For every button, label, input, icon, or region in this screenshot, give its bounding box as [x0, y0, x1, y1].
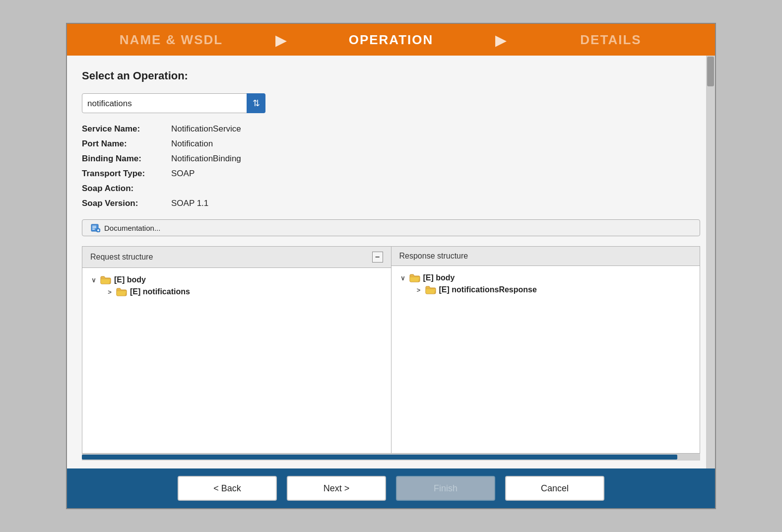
request-child-tree-item[interactable]: > [E] notifications	[106, 286, 383, 298]
response-panel: Response structure ∨ [E] body	[391, 247, 700, 453]
response-child-folder-icon	[425, 285, 436, 294]
wizard-step-details[interactable]: DETAILS	[507, 24, 715, 56]
binding-name-label: Binding Name:	[82, 154, 171, 164]
dropdown-row: notifications ⇅	[82, 93, 700, 113]
operation-select[interactable]: notifications	[82, 93, 265, 113]
response-child-chevron: >	[415, 286, 422, 294]
port-name-value: Notification	[171, 139, 700, 149]
response-root-label: [E] body	[423, 273, 455, 282]
scrollbar-thumb[interactable]	[707, 57, 714, 86]
request-panel-collapse-button[interactable]: −	[372, 252, 383, 263]
dropdown-wrapper: notifications ⇅	[82, 93, 265, 113]
response-child-item: > [E] notificationsResponse	[415, 284, 692, 296]
response-root-chevron: ∨	[399, 274, 406, 282]
back-button[interactable]: < Back	[178, 476, 277, 501]
port-name-label: Port Name:	[82, 139, 171, 149]
wizard-step-operation[interactable]: OPERATION	[287, 24, 495, 56]
svg-rect-4	[92, 226, 96, 227]
documentation-button-label: Documentation...	[104, 224, 160, 232]
service-name-value: NotificationService	[171, 124, 700, 134]
response-panel-header: Response structure	[391, 247, 700, 266]
documentation-icon	[90, 223, 100, 232]
transport-type-label: Transport Type:	[82, 169, 171, 179]
info-grid: Service Name: NotificationService Port N…	[82, 124, 700, 208]
soap-action-value	[171, 184, 700, 194]
wizard-step-name-wsdl[interactable]: NAME & WSDL	[67, 24, 275, 56]
service-name-label: Service Name:	[82, 124, 171, 134]
request-child-chevron: >	[106, 288, 113, 296]
svg-rect-5	[92, 227, 96, 228]
request-panel-content: ∨ [E] body >	[82, 268, 391, 453]
response-root-item[interactable]: ∨ [E] body	[399, 272, 692, 284]
response-root-folder-icon	[409, 273, 420, 282]
soap-version-label: Soap Version:	[82, 199, 171, 208]
soap-action-label: Soap Action:	[82, 184, 171, 194]
next-button[interactable]: Next >	[287, 476, 386, 501]
footer: < Back Next > Finish Cancel	[67, 468, 715, 508]
request-root-label: [E] body	[114, 275, 146, 284]
scrollbar-track[interactable]	[706, 56, 715, 468]
svg-rect-6	[92, 229, 95, 230]
cancel-button[interactable]: Cancel	[505, 476, 604, 501]
dropdown-arrow-icon: ⇅	[253, 99, 260, 108]
wizard-arrow-1: ▶	[275, 31, 287, 49]
request-panel-header: Request structure −	[82, 247, 391, 268]
transport-type-value: SOAP	[171, 169, 700, 179]
soap-version-value: SOAP 1.1	[171, 199, 700, 208]
request-child-label: [E] notifications	[130, 287, 190, 296]
hscroll-thumb[interactable]	[82, 455, 677, 460]
request-panel: Request structure − ∨ [E] body	[82, 247, 391, 453]
response-panel-content: ∨ [E] body >	[391, 266, 700, 453]
binding-name-value: NotificationBinding	[171, 154, 700, 164]
request-root-folder-icon	[100, 275, 111, 284]
structure-panels: Request structure − ∨ [E] body	[82, 246, 700, 454]
request-root-item[interactable]: ∨ [E] body	[90, 274, 383, 286]
response-child-label: [E] notificationsResponse	[439, 285, 537, 294]
documentation-button[interactable]: Documentation...	[82, 219, 700, 236]
wizard-arrow-2: ▶	[495, 31, 507, 49]
response-panel-title: Response structure	[399, 252, 468, 261]
response-child-tree-item[interactable]: > [E] notificationsResponse	[415, 284, 692, 296]
finish-button: Finish	[396, 476, 495, 501]
request-panel-title: Request structure	[90, 253, 153, 262]
section-title: Select an Operation:	[82, 69, 700, 82]
wizard-header: NAME & WSDL ▶ OPERATION ▶ DETAILS	[67, 24, 715, 56]
request-root-chevron: ∨	[90, 276, 97, 284]
hscroll-track[interactable]	[82, 454, 700, 461]
dialog: NAME & WSDL ▶ OPERATION ▶ DETAILS Select…	[66, 23, 716, 509]
request-child-item: > [E] notifications	[106, 286, 383, 298]
dropdown-arrow-button[interactable]: ⇅	[247, 93, 265, 113]
main-content: Select an Operation: notifications ⇅ Ser…	[67, 56, 715, 468]
request-child-folder-icon	[116, 287, 127, 296]
